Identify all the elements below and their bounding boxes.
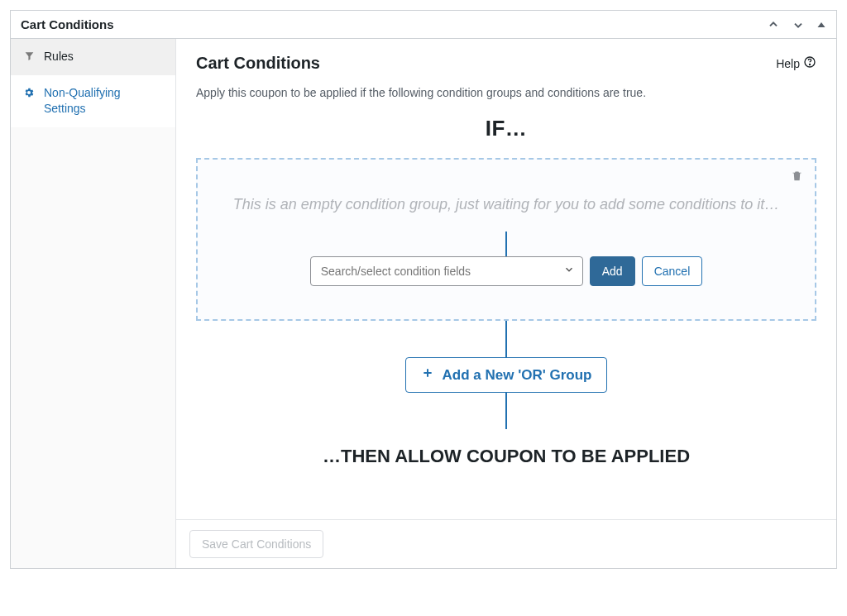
sidebar-item-label: Non-Qualifying Settings [44, 85, 164, 117]
gear-icon [22, 85, 36, 98]
panel-header: Cart Conditions [11, 11, 836, 39]
svg-marker-0 [818, 22, 825, 27]
or-group-wrap: Add a New 'OR' Group [196, 357, 816, 393]
main-header: Cart Conditions Help [196, 54, 816, 73]
help-link[interactable]: Help [776, 55, 816, 71]
connector-line [505, 232, 507, 256]
if-heading: IF… [196, 116, 816, 141]
condition-select-placeholder: Search/select condition fields [310, 256, 583, 286]
condition-group: This is an empty condition group, just w… [196, 158, 816, 321]
move-up-icon[interactable] [767, 18, 780, 31]
add-button[interactable]: Add [590, 256, 635, 286]
panel-title: Cart Conditions [21, 17, 114, 31]
description-text: Apply this coupon to be applied if the f… [196, 86, 816, 99]
main-content: Cart Conditions Help Apply this coupon t… [176, 39, 836, 519]
question-icon [803, 55, 816, 71]
save-button[interactable]: Save Cart Conditions [189, 530, 323, 558]
move-down-icon[interactable] [792, 18, 805, 31]
panel-footer: Save Cart Conditions [176, 519, 836, 568]
panel-header-actions [767, 18, 826, 31]
sidebar-item-non-qualifying[interactable]: Non-Qualifying Settings [11, 75, 175, 127]
svg-point-3 [809, 64, 810, 64]
condition-row: Search/select condition fields Add Cance… [218, 256, 795, 286]
svg-marker-1 [25, 52, 33, 60]
chevron-down-icon [563, 264, 575, 279]
connector-line [505, 321, 507, 357]
help-label: Help [776, 57, 800, 70]
condition-select[interactable]: Search/select condition fields [310, 256, 583, 286]
filter-icon [22, 49, 36, 61]
empty-group-text: This is an empty condition group, just w… [218, 196, 795, 213]
main-area: Cart Conditions Help Apply this coupon t… [176, 39, 836, 568]
trash-icon[interactable] [791, 170, 803, 185]
then-heading: …THEN ALLOW COUPON TO BE APPLIED [196, 446, 816, 467]
sidebar-item-label: Rules [44, 49, 74, 65]
main-title: Cart Conditions [196, 54, 320, 73]
cancel-button[interactable]: Cancel [642, 256, 703, 286]
cart-conditions-panel: Cart Conditions Rules [10, 10, 837, 569]
collapse-icon[interactable] [816, 20, 826, 30]
or-group-label: Add a New 'OR' Group [443, 367, 592, 384]
panel-body: Rules Non-Qualifying Settings Cart Condi… [11, 39, 836, 568]
add-or-group-button[interactable]: Add a New 'OR' Group [405, 357, 608, 393]
plus-icon [421, 366, 434, 384]
sidebar-item-rules[interactable]: Rules [11, 39, 175, 75]
connector-line [505, 393, 507, 429]
sidebar: Rules Non-Qualifying Settings [11, 39, 176, 568]
